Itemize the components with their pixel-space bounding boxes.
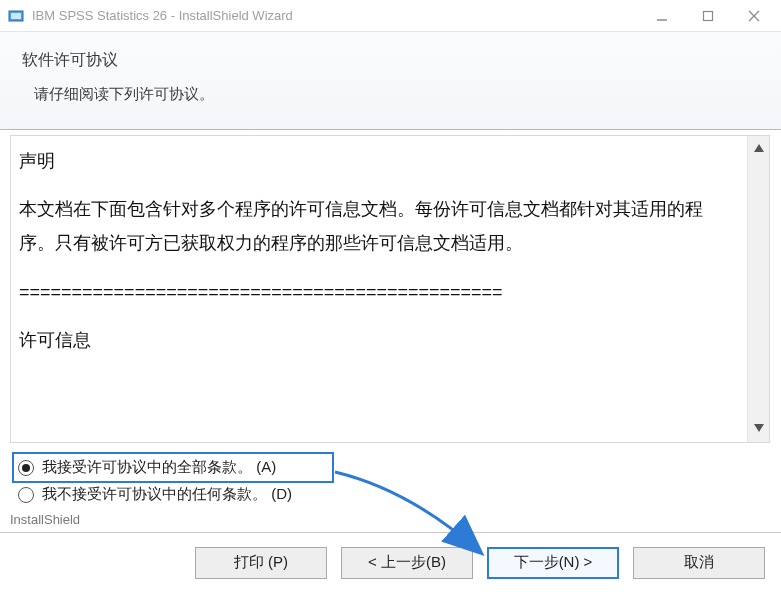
license-text[interactable]: 声明 本文档在下面包含针对多个程序的许可信息文档。每份许可信息文档都针对其适用的… xyxy=(11,136,747,442)
scroll-up-icon[interactable] xyxy=(753,142,765,156)
radio-accept[interactable]: 我接受许可协议中的全部条款。 (A) xyxy=(14,454,332,481)
license-p-info: 许可信息 xyxy=(19,323,737,357)
radio-icon xyxy=(18,487,34,503)
maximize-button[interactable] xyxy=(685,0,731,32)
license-separator: ========================================… xyxy=(19,275,737,309)
license-box: 声明 本文档在下面包含针对多个程序的许可信息文档。每份许可信息文档都针对其适用的… xyxy=(10,135,770,443)
footer: 打印 (P) < 上一步(B) 下一步(N) > 取消 xyxy=(0,532,781,592)
radio-decline-label: 我不接受许可协议中的任何条款。 (D) xyxy=(42,485,292,504)
close-button[interactable] xyxy=(731,0,777,32)
print-button[interactable]: 打印 (P) xyxy=(195,547,327,579)
scrollbar[interactable] xyxy=(747,136,769,442)
scroll-down-icon[interactable] xyxy=(753,422,765,436)
license-p-declaration: 声明 xyxy=(19,144,737,178)
header-subtitle: 请仔细阅读下列许可协议。 xyxy=(34,85,771,104)
radio-icon xyxy=(18,460,34,476)
license-choice-group: 我接受许可协议中的全部条款。 (A) 我不接受许可协议中的任何条款。 (D) xyxy=(14,454,332,508)
wizard-header: 软件许可协议 请仔细阅读下列许可协议。 xyxy=(0,32,781,130)
minimize-button[interactable] xyxy=(639,0,685,32)
brand-label: InstallShield xyxy=(10,512,80,527)
svg-rect-1 xyxy=(11,13,21,19)
installer-icon xyxy=(6,6,26,26)
radio-decline[interactable]: 我不接受许可协议中的任何条款。 (D) xyxy=(14,481,332,508)
header-title: 软件许可协议 xyxy=(22,50,771,71)
radio-accept-label: 我接受许可协议中的全部条款。 (A) xyxy=(42,458,276,477)
cancel-button[interactable]: 取消 xyxy=(633,547,765,579)
window-title: IBM SPSS Statistics 26 - InstallShield W… xyxy=(32,8,639,23)
license-p-body: 本文档在下面包含针对多个程序的许可信息文档。每份许可信息文档都针对其适用的程序。… xyxy=(19,192,737,260)
back-button[interactable]: < 上一步(B) xyxy=(341,547,473,579)
titlebar: IBM SPSS Statistics 26 - InstallShield W… xyxy=(0,0,781,32)
svg-rect-3 xyxy=(704,11,713,20)
svg-marker-7 xyxy=(754,424,764,432)
svg-marker-6 xyxy=(754,144,764,152)
next-button[interactable]: 下一步(N) > xyxy=(487,547,619,579)
